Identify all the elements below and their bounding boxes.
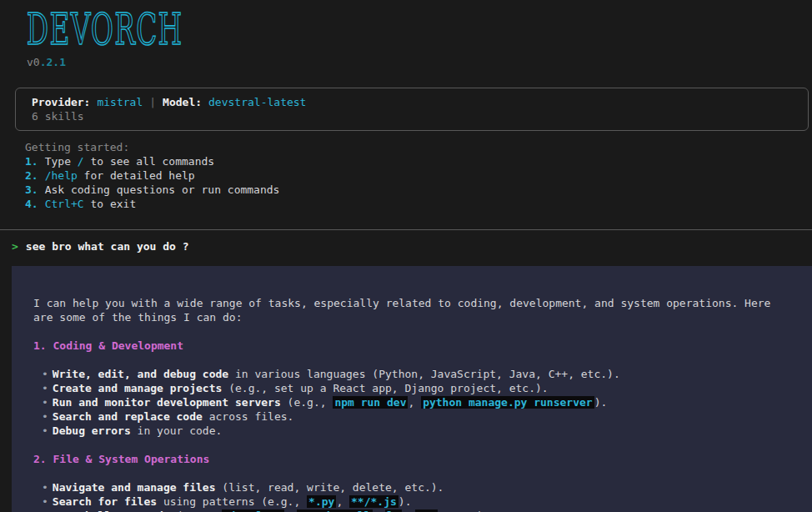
- separator: |: [149, 96, 156, 108]
- bullet-icon: •: [42, 495, 48, 508]
- item-number: 2.: [25, 169, 38, 182]
- bullet-text: (e.g.,: [281, 396, 333, 409]
- version-number: .2.1: [40, 56, 66, 68]
- bullet-list: •Write, edit, and debug code in various …: [42, 367, 790, 438]
- prompt-symbol: >: [12, 240, 18, 253]
- inline-code: npm run dev: [333, 396, 408, 409]
- item-number: 1.: [25, 155, 38, 168]
- provider-model-box: Provider:mistral|Model:devstral-latest 6…: [15, 88, 809, 131]
- prompt-text: see bro what can you do ?: [26, 240, 189, 253]
- plain-text: to see all commands: [84, 155, 215, 168]
- getting-started-item: 4.Ctrl+C to exit: [25, 197, 812, 211]
- provider-model-line: Provider:mistral|Model:devstral-latest: [32, 95, 792, 109]
- inline-code: **/*.js: [349, 495, 398, 508]
- skills-count: 6 skills: [32, 109, 792, 123]
- app-logo-art: DEVORCH: [25, 10, 192, 50]
- bullet-text: ,: [336, 495, 349, 508]
- bullet-text: (list, read, write, delete, etc.).: [216, 481, 444, 494]
- bullet-text: Search and replace code: [53, 410, 203, 423]
- bullet-text: Create and manage projects: [53, 382, 223, 394]
- response-sections: 1. Coding & Development•Write, edit, and…: [33, 339, 790, 512]
- bullet-text: ,: [408, 396, 421, 409]
- version-prefix: v0: [27, 56, 40, 68]
- bullet-list: •Navigate and manage files (list, read, …: [42, 480, 790, 512]
- response-intro-line-2: are some of the things I can do:: [33, 310, 790, 324]
- provider-value: mistral: [97, 96, 143, 108]
- plain-text: Type: [45, 155, 78, 168]
- assistant-response-panel[interactable]: I can help you with a wide range of task…: [12, 266, 812, 512]
- bullet-item: •Run shell commands (e.g., git clone, np…: [42, 509, 790, 512]
- app-logo-text: DEVORCH: [27, 10, 183, 50]
- model-label: Model:: [163, 96, 202, 108]
- bullet-item: •Search for files using patterns (e.g., …: [42, 494, 790, 509]
- section-heading: 2. File & System Operations: [33, 452, 790, 466]
- bullet-icon: •: [42, 424, 48, 437]
- bullet-icon: •: [42, 481, 48, 494]
- plain-text: to exit: [84, 198, 137, 210]
- getting-started: Getting started: 1.Type / to see all com…: [25, 140, 812, 211]
- getting-started-item: 3.Ask coding questions or run commands: [25, 183, 812, 197]
- bullet-text: Run and monitor development servers: [53, 396, 281, 409]
- inline-code: *.py: [307, 495, 336, 508]
- bullet-item: •Create and manage projects (e.g., set u…: [42, 381, 790, 395]
- item-number: 4.: [25, 198, 38, 210]
- bullet-icon: •: [42, 368, 48, 380]
- divider: [0, 229, 812, 230]
- bullet-text: across files.: [203, 410, 294, 423]
- getting-started-item: 2./help for detailed help: [25, 168, 812, 183]
- bullet-item: •Navigate and manage files (list, read, …: [42, 480, 790, 494]
- bullet-icon: •: [42, 382, 48, 394]
- getting-started-title: Getting started:: [25, 140, 812, 154]
- command-text: Ctrl+C: [45, 198, 84, 210]
- bullet-text: in various languages (Python, JavaScript…: [228, 368, 620, 380]
- bullet-item: •Search and replace code across files.: [42, 409, 790, 424]
- bullet-text: in your code.: [131, 424, 223, 437]
- bullet-icon: •: [42, 410, 48, 423]
- bullet-text: using patterns (e.g.,: [157, 495, 307, 508]
- section-heading: 1. Coding & Development: [33, 339, 790, 353]
- bullet-text: (e.g., set up a React app, Django projec…: [222, 382, 548, 394]
- getting-started-item: 1.Type / to see all commands: [25, 154, 812, 168]
- getting-started-list: 1.Type / to see all commands2./help for …: [25, 154, 812, 211]
- response-intro-line-1: I can help you with a wide range of task…: [33, 296, 790, 310]
- app-version: v0.2.1: [0, 53, 812, 69]
- bullet-text: ).: [594, 396, 608, 409]
- provider-label: Provider:: [32, 96, 90, 108]
- command-text: /: [78, 155, 84, 168]
- plain-text: for detailed help: [78, 169, 195, 182]
- bullet-icon: •: [42, 396, 48, 409]
- terminal-window: DEVORCH v0.2.1 Provider:mistral|Model:de…: [0, 0, 812, 512]
- bullet-text: ).: [398, 495, 412, 508]
- item-number: 3.: [25, 183, 38, 196]
- bullet-item: •Debug errors in your code.: [42, 424, 790, 438]
- command-text: /help: [45, 169, 78, 182]
- bullet-text: Debug errors: [53, 424, 131, 437]
- bullet-text: Write, edit, and debug code: [53, 368, 228, 380]
- model-value: devstral-latest: [208, 96, 306, 108]
- inline-code: python manage.py runserver: [421, 396, 594, 409]
- bullet-text: Navigate and manage files: [53, 481, 216, 494]
- bullet-item: •Write, edit, and debug code in various …: [42, 367, 790, 381]
- bullet-text: Search for files: [53, 495, 157, 508]
- plain-text: Ask coding questions or run commands: [45, 183, 280, 196]
- bullet-item: •Run and monitor development servers (e.…: [42, 395, 790, 409]
- app-logo: DEVORCH: [0, 0, 812, 53]
- user-prompt-line[interactable]: >see bro what can you do ?: [12, 239, 812, 253]
